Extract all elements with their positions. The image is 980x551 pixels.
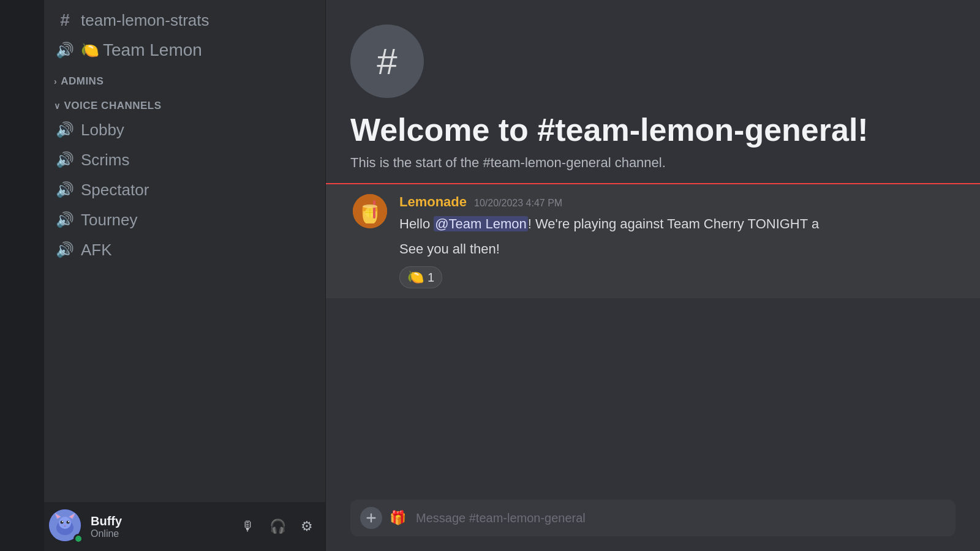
admins-label: ADMINS — [61, 75, 104, 88]
plus-icon — [364, 511, 378, 525]
channel-label: Team Lemon — [103, 40, 202, 60]
chevron-down-icon: ∨ — [54, 101, 61, 111]
channel-label: Lobby — [81, 121, 124, 140]
settings-button[interactable]: ⚙ — [293, 513, 320, 540]
hash-icon-large: # — [377, 40, 397, 83]
speaker-icon: 🔊 — [54, 39, 76, 61]
channel-welcome: # Welcome to #team-lemon-general! This i… — [326, 0, 980, 171]
channel-label: Spectator — [81, 181, 149, 200]
lemon-emoji: 🍋 — [81, 42, 99, 59]
svg-point-8 — [67, 521, 70, 524]
svg-point-7 — [61, 521, 64, 524]
server-icon-bar — [0, 0, 44, 551]
channel-label: team-lemon-strats — [81, 11, 209, 30]
channel-item-team-lemon-strats[interactable]: # team-lemon-strats — [49, 6, 320, 35]
channel-item-tourney[interactable]: 🔊 Tourney — [49, 205, 320, 234]
channel-item-scrims[interactable]: 🔊 Scrims — [49, 145, 320, 174]
svg-point-10 — [68, 521, 69, 522]
admins-section-header[interactable]: › ADMINS — [44, 66, 325, 90]
speaker-icon: 🔊 — [54, 119, 76, 141]
voice-channels-label: VOICE CHANNELS — [64, 100, 162, 112]
channel-label: Scrims — [81, 151, 129, 170]
chevron-right-icon: › — [54, 77, 57, 86]
user-avatar-wrap — [49, 509, 83, 544]
main-content: # Welcome to #team-lemon-general! This i… — [326, 0, 980, 551]
message-author: Lemonade — [399, 194, 467, 210]
mention-team-lemon: @Team Lemon — [434, 216, 528, 231]
message-input-box: 🎁 — [350, 500, 956, 536]
svg-point-9 — [62, 521, 63, 522]
status-indicator — [74, 534, 83, 544]
channel-item-afk[interactable]: 🔊 AFK — [49, 235, 320, 264]
message-body: Lemonade 10/20/2023 4:47 PM Hello @Team … — [399, 194, 956, 288]
microphone-icon: 🎙 — [241, 519, 255, 534]
avatar — [353, 194, 387, 228]
messages-area: Lemonade 10/20/2023 4:47 PM Hello @Team … — [326, 184, 980, 490]
user-panel: Buffy Online 🎙 🎧 ⚙ — [44, 502, 325, 551]
headset-icon: 🎧 — [270, 519, 286, 534]
reaction-lemon[interactable]: 🍋 1 — [399, 266, 442, 288]
speaker-icon: 🔊 — [54, 209, 76, 231]
channel-icon-large: # — [350, 24, 424, 98]
welcome-title: Welcome to #team-lemon-general! — [350, 113, 956, 148]
message-timestamp: 10/20/2023 4:47 PM — [474, 198, 562, 209]
hash-icon: # — [54, 9, 76, 31]
sidebar: # team-lemon-strats 🔊 🍋 Team Lemon › ADM… — [44, 0, 326, 551]
user-status: Online — [91, 528, 235, 539]
channel-list: # team-lemon-strats 🔊 🍋 Team Lemon › ADM… — [44, 0, 325, 502]
welcome-desc: This is the start of the #team-lemon-gen… — [350, 155, 956, 171]
user-controls: 🎙 🎧 ⚙ — [235, 513, 320, 540]
reaction-count: 1 — [428, 271, 434, 285]
username: Buffy — [91, 514, 235, 528]
voice-channels-section-header[interactable]: ∨ VOICE CHANNELS — [44, 90, 325, 114]
channel-item-team-lemon-vc[interactable]: 🔊 🍋 Team Lemon — [49, 36, 320, 65]
svg-point-17 — [363, 204, 377, 208]
speaker-icon: 🔊 — [54, 149, 76, 171]
add-attachment-button[interactable] — [360, 507, 382, 529]
message-header: Lemonade 10/20/2023 4:47 PM — [399, 194, 956, 210]
channel-label: Tourney — [81, 211, 138, 230]
channel-item-spectator[interactable]: 🔊 Spectator — [49, 175, 320, 204]
channel-item-lobby[interactable]: 🔊 Lobby — [49, 115, 320, 144]
table-row: Lemonade 10/20/2023 4:47 PM Hello @Team … — [326, 184, 980, 298]
gear-icon: ⚙ — [301, 519, 313, 534]
deafen-button[interactable]: 🎧 — [264, 513, 291, 540]
speaker-icon: 🔊 — [54, 239, 76, 261]
channel-label: AFK — [81, 241, 112, 260]
reaction-emoji: 🍋 — [407, 269, 424, 285]
reactions: 🍋 1 — [399, 266, 956, 288]
user-info: Buffy Online — [91, 514, 235, 539]
mute-button[interactable]: 🎙 — [235, 513, 262, 540]
message-input[interactable] — [416, 511, 946, 525]
message-input-area: 🎁 — [326, 490, 980, 551]
speaker-icon: 🔊 — [54, 179, 76, 201]
svg-rect-16 — [373, 200, 375, 219]
gift-icon[interactable]: 🎁 — [390, 510, 406, 526]
message-line2: See you all then! — [399, 239, 956, 259]
message-text: Hello @Team Lemon! We're playing against… — [399, 214, 956, 234]
